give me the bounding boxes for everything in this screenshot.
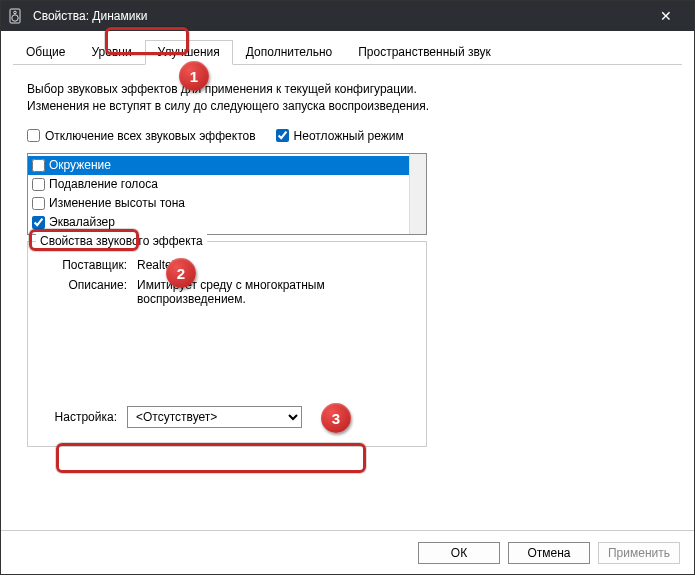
window-title: Свойства: Динамики [33, 9, 646, 23]
group-legend: Свойства звукового эффекта [36, 234, 207, 248]
setting-row: Настройка: <Отсутствует> [42, 406, 412, 428]
disable-all-label: Отключение всех звуковых эффектов [45, 129, 256, 143]
effect-surround-check[interactable] [32, 159, 45, 172]
tab-spatial[interactable]: Пространственный звук [345, 40, 504, 65]
effect-voice[interactable]: Подавление голоса [28, 175, 409, 194]
cancel-button[interactable]: Отмена [508, 542, 590, 564]
effect-pitch-label: Изменение высоты тона [49, 196, 185, 210]
top-checks: Отключение всех звуковых эффектов Неотло… [27, 129, 668, 143]
disable-all-effects[interactable]: Отключение всех звуковых эффектов [27, 129, 256, 143]
description-row: Описание: Имитирует среду с многократным… [42, 278, 412, 306]
urgent-label: Неотложный режим [294, 129, 404, 143]
tab-levels[interactable]: Уровни [78, 40, 144, 65]
effect-pitch[interactable]: Изменение высоты тона [28, 194, 409, 213]
effect-surround[interactable]: Окружение [28, 156, 409, 175]
vendor-value: Realtek [137, 258, 412, 272]
disable-all-checkbox[interactable] [27, 129, 40, 142]
content-area: Общие Уровни Улучшения Дополнительно Про… [1, 31, 694, 530]
effects-listbox[interactable]: Окружение Подавление голоса Изменение вы… [27, 153, 427, 235]
panel-description: Выбор звуковых эффектов для применения к… [27, 81, 477, 115]
tab-enhancements[interactable]: Улучшения [145, 40, 233, 65]
svg-point-2 [14, 11, 17, 14]
dialog-footer: ОК Отмена Применить [1, 530, 694, 574]
setting-select[interactable]: <Отсутствует> [127, 406, 302, 428]
effect-surround-label: Окружение [49, 158, 111, 172]
tab-strip: Общие Уровни Улучшения Дополнительно Про… [13, 39, 682, 65]
effect-equalizer-check[interactable] [32, 216, 45, 229]
effect-voice-check[interactable] [32, 178, 45, 191]
effect-pitch-check[interactable] [32, 197, 45, 210]
svg-point-1 [12, 15, 18, 21]
speaker-icon [9, 8, 25, 24]
effect-equalizer-label: Эквалайзер [49, 215, 115, 229]
apply-button[interactable]: Применить [598, 542, 680, 564]
tab-panel: Выбор звуковых эффектов для применения к… [13, 65, 682, 463]
urgent-checkbox[interactable] [276, 129, 289, 142]
effect-equalizer[interactable]: Эквалайзер [28, 213, 409, 232]
effects-scrollbar[interactable] [409, 154, 426, 234]
description-value: Имитирует среду с многократным воспроизв… [137, 278, 412, 306]
window: Свойства: Динамики ✕ Общие Уровни Улучше… [0, 0, 695, 575]
effect-voice-label: Подавление голоса [49, 177, 158, 191]
tab-advanced[interactable]: Дополнительно [233, 40, 345, 65]
description-key: Описание: [42, 278, 137, 306]
urgent-mode[interactable]: Неотложный режим [276, 129, 404, 143]
tab-general[interactable]: Общие [13, 40, 78, 65]
vendor-key: Поставщик: [42, 258, 137, 272]
close-button[interactable]: ✕ [646, 8, 686, 24]
setting-key: Настройка: [42, 410, 117, 424]
titlebar: Свойства: Динамики ✕ [1, 1, 694, 31]
effect-properties-group: Свойства звукового эффекта Поставщик: Re… [27, 241, 427, 447]
vendor-row: Поставщик: Realtek [42, 258, 412, 272]
effects-list: Окружение Подавление голоса Изменение вы… [28, 154, 409, 234]
ok-button[interactable]: ОК [418, 542, 500, 564]
